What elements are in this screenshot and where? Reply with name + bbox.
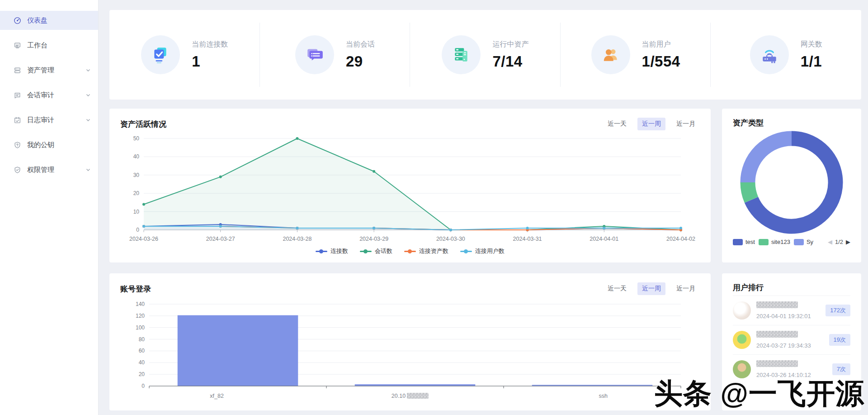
sidebar-item-session-audit[interactable]: 会话审计 (0, 86, 98, 105)
stat-value: 1/554 (642, 53, 680, 70)
chevron-down-icon (85, 117, 91, 123)
pagination-prev-icon[interactable]: ◀ (828, 239, 832, 245)
bar-label: 20.10 (313, 393, 506, 399)
permission-icon (14, 166, 21, 174)
censored-username (756, 360, 798, 367)
svg-text:100: 100 (136, 324, 145, 331)
svg-text:40: 40 (139, 359, 145, 366)
rank-time: 2024-03-27 19:34:33 (756, 342, 829, 349)
account-login-bar-chart[interactable]: 020406080100120140 (120, 298, 700, 391)
legend-swatch (759, 239, 769, 245)
legend-line-icon (360, 249, 372, 253)
legend-line-icon (316, 249, 327, 253)
avatar (733, 301, 751, 320)
gateway-icon (750, 35, 789, 74)
stat-label: 当前会话 (346, 40, 375, 49)
tab-last-week[interactable]: 近一周 (637, 118, 665, 130)
chevron-down-icon (85, 167, 91, 172)
watermark-text: 头条 @一飞开源 (654, 374, 864, 413)
sidebar: 仪表盘 工作台 资产管理 会话审计 日志审计 (0, 0, 99, 415)
sidebar-item-asset-management[interactable]: 资产管理 (0, 61, 98, 80)
login-range-tabs: 近一天 近一周 近一月 (603, 282, 700, 295)
rank-row[interactable]: 2024-04-01 19:32:01 172次 (733, 296, 850, 325)
svg-text:0: 0 (136, 227, 139, 233)
svg-text:2024-04-01: 2024-04-01 (590, 236, 618, 242)
svg-text:80: 80 (139, 336, 145, 343)
panel-title: 资产活跃情况 (120, 119, 166, 129)
activity-range-tabs: 近一天 近一周 近一月 (603, 118, 700, 130)
stat-value: 1 (192, 53, 228, 70)
sidebar-item-label: 资产管理 (27, 66, 54, 75)
sidebar-item-permission[interactable]: 权限管理 (0, 160, 98, 179)
login-count-badge: 7次 (832, 363, 850, 375)
bar-chart-x-labels: xf_82 20.10 ssh (120, 393, 700, 399)
dashboard-icon (14, 17, 21, 24)
sidebar-item-label: 我的公钥 (27, 141, 54, 149)
asset-management-icon (14, 67, 21, 74)
censored-username (756, 331, 798, 338)
sidebar-item-label: 工作台 (27, 41, 47, 50)
stat-label: 网关数 (801, 40, 822, 49)
connections-icon (141, 35, 180, 74)
log-audit-icon (14, 116, 21, 124)
stat-value: 29 (346, 53, 375, 70)
censored-text (407, 393, 429, 399)
stats-panel: 当前连接数 1 当前会话 29 运行中资产 7/14 (109, 10, 861, 100)
stat-value: 7/14 (492, 53, 528, 70)
legend-line-icon (460, 249, 472, 253)
donut-legend: test site123 Sy ◀ 1/2 ▶ (733, 239, 850, 245)
stat-card-connections: 当前连接数 1 (109, 10, 260, 100)
stat-card-running-assets: 运行中资产 7/14 (410, 10, 561, 100)
legend-item-test[interactable]: test (733, 239, 755, 245)
panel-title: 资产类型 (733, 118, 764, 128)
legend-swatch (794, 239, 804, 245)
legend-item-sessions[interactable]: 会话数 (360, 247, 392, 255)
asset-activity-panel: 资产活跃情况 近一天 近一周 近一月 010203040502024-03-26… (109, 109, 711, 262)
bar-label: xf_82 (120, 393, 313, 399)
panel-title: 用户排行 (733, 282, 764, 293)
svg-text:120: 120 (136, 313, 145, 319)
sidebar-item-label: 会话审计 (27, 91, 54, 100)
svg-text:2024-03-30: 2024-03-30 (436, 236, 465, 242)
svg-text:10: 10 (133, 209, 140, 215)
stat-label: 当前连接数 (192, 40, 228, 49)
legend-item-connected-assets[interactable]: 连接资产数 (404, 247, 448, 255)
panel-title: 账号登录 (120, 284, 151, 294)
login-count-badge: 19次 (829, 334, 850, 346)
pagination-next-icon[interactable]: ▶ (846, 239, 850, 245)
svg-text:30: 30 (133, 172, 140, 178)
chevron-down-icon (85, 67, 91, 73)
tab-last-month[interactable]: 近一月 (672, 118, 700, 130)
workbench-icon (14, 42, 21, 49)
legend-item-connected-users[interactable]: 连接用户数 (460, 247, 505, 255)
running-assets-icon (442, 35, 481, 74)
legend-item-sy[interactable]: Sy (794, 239, 813, 245)
sidebar-item-log-audit[interactable]: 日志审计 (0, 110, 98, 129)
sidebar-item-public-key[interactable]: 我的公钥 (0, 135, 98, 154)
rank-row[interactable]: 2024-03-27 19:34:33 19次 (733, 325, 850, 354)
sidebar-item-label: 日志审计 (27, 116, 54, 124)
users-icon (591, 35, 630, 74)
sidebar-item-dashboard[interactable]: 仪表盘 (0, 11, 98, 30)
pagination-page: 1/2 (835, 239, 843, 245)
sidebar-item-workbench[interactable]: 工作台 (0, 36, 98, 55)
svg-text:60: 60 (139, 348, 145, 354)
svg-text:2024-04-02: 2024-04-02 (666, 236, 695, 242)
tab-last-month[interactable]: 近一月 (672, 282, 700, 295)
tab-last-day[interactable]: 近一天 (603, 282, 631, 295)
svg-text:2024-03-28: 2024-03-28 (283, 236, 311, 242)
legend-item-site123[interactable]: site123 (759, 239, 790, 245)
line-chart-legend: 连接数 会话数 连接资产数 连接用户数 (120, 247, 700, 255)
tab-last-day[interactable]: 近一天 (603, 118, 631, 130)
asset-type-donut-chart[interactable] (733, 131, 850, 238)
svg-text:2024-03-29: 2024-03-29 (359, 236, 388, 242)
asset-activity-line-chart[interactable]: 010203040502024-03-262024-03-272024-03-2… (120, 133, 700, 246)
stat-card-sessions: 当前会话 29 (260, 10, 410, 100)
sidebar-item-label: 仪表盘 (27, 16, 47, 25)
stat-card-users: 当前用户 1/554 (561, 10, 711, 100)
svg-text:40: 40 (133, 153, 140, 160)
tab-last-week[interactable]: 近一周 (637, 282, 665, 295)
main-content: 当前连接数 1 当前会话 29 运行中资产 7/14 (99, 0, 868, 415)
legend-item-connections[interactable]: 连接数 (316, 247, 348, 255)
stat-label: 当前用户 (642, 40, 680, 49)
